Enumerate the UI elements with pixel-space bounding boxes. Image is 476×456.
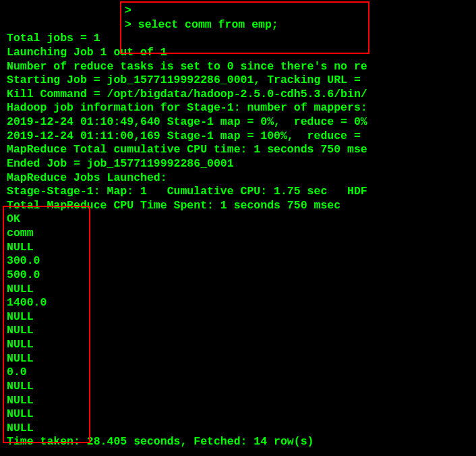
terminal-output: MapReduce Jobs Launched: — [7, 171, 469, 186]
terminal-result-row: NULL — [7, 394, 469, 408]
terminal-result-row: NULL — [7, 283, 469, 297]
terminal-prompt: > — [7, 4, 469, 18]
terminal-output: Kill Command = /opt/bigdata/hadoop-2.5.0… — [7, 88, 469, 102]
terminal-result-row: NULL — [7, 338, 469, 352]
terminal-result-row: NULL — [7, 380, 469, 394]
terminal-result-row: NULL — [7, 310, 469, 324]
terminal-result-row: NULL — [7, 324, 469, 338]
terminal-output: Starting Job = job_1577119992286_0001, T… — [7, 74, 469, 88]
terminal-output: Number of reduce tasks is set to 0 since… — [7, 60, 469, 74]
terminal-summary: Time taken: 28.405 seconds, Fetched: 14 … — [7, 435, 469, 449]
terminal-result-row: 1400.0 — [7, 296, 469, 310]
terminal-result-row: 0.0 — [7, 366, 469, 380]
terminal-result-row: 300.0 — [7, 254, 469, 268]
terminal-output: 2019-12-24 01:11:00,169 Stage-1 map = 10… — [7, 130, 469, 144]
terminal-result-row: NULL — [7, 241, 469, 255]
terminal-output: Launching Job 1 out of 1 — [7, 46, 469, 60]
terminal-command: > select comm from emp; — [7, 18, 469, 32]
terminal-output: Total jobs = 1 — [7, 32, 469, 46]
terminal-output: OK — [7, 212, 469, 227]
terminal-result-row: NULL — [7, 407, 469, 422]
terminal-result-row: NULL — [7, 352, 469, 366]
terminal-output: 2019-12-24 01:10:49,640 Stage-1 map = 0%… — [7, 115, 469, 130]
terminal-result-row: 500.0 — [7, 268, 469, 283]
terminal-output: MapReduce Total cumulative CPU time: 1 s… — [7, 143, 469, 157]
terminal-output: Ended Job = job_1577119992286_0001 — [7, 157, 469, 171]
terminal-output: Total MapReduce CPU Time Spent: 1 second… — [7, 199, 469, 213]
terminal-output: Stage-Stage-1: Map: 1 Cumulative CPU: 1.… — [7, 185, 469, 199]
terminal-output: Hadoop job information for Stage-1: numb… — [7, 101, 469, 115]
terminal-column-header: comm — [7, 227, 469, 241]
terminal-result-row: NULL — [7, 422, 469, 436]
